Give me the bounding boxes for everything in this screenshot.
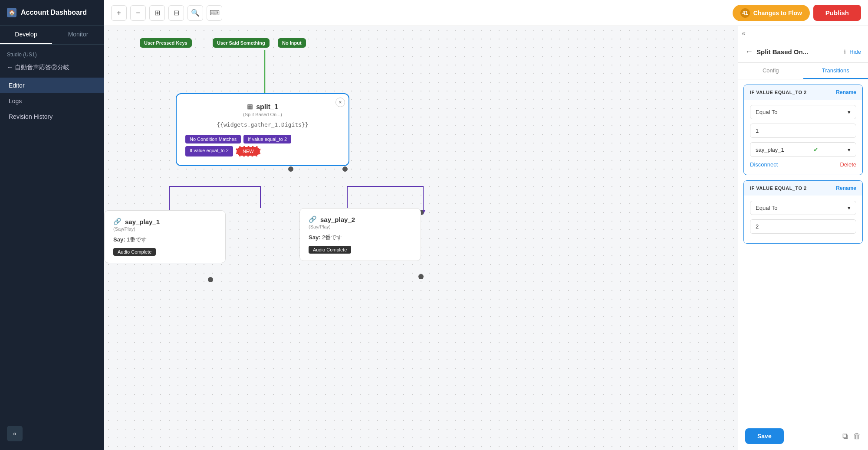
changes-to-flow-button[interactable]: 41 Changes to Flow bbox=[733, 5, 810, 21]
panel-header: ← Split Based On... ℹ Hide bbox=[738, 41, 868, 63]
transition-actions-1: Disconnect Delete bbox=[750, 161, 856, 170]
value-input-2[interactable] bbox=[750, 219, 856, 234]
panel-info-button[interactable]: ℹ bbox=[844, 49, 846, 55]
say-play-1-content: Say: 1番です bbox=[113, 236, 217, 244]
split-node-title: ⊞ split_1 bbox=[185, 103, 340, 111]
svg-marker-3 bbox=[421, 210, 425, 215]
main-area: + − ⊞ ⊟ 🔍 ⌨ 41 Changes to Flow Publish bbox=[104, 0, 868, 450]
changes-count: 41 bbox=[740, 8, 750, 18]
split-node[interactable]: × ⊞ split_1 (Split Based On...) {{widget… bbox=[176, 93, 349, 166]
canvas-area: User Pressed Keys User Said Something No… bbox=[104, 26, 868, 450]
transition-if-value-1[interactable]: If value equal_to 2 bbox=[243, 135, 291, 143]
back-link[interactable]: ← 自動音声応答②分岐 bbox=[0, 59, 104, 76]
search-button[interactable]: 🔍 bbox=[187, 5, 203, 21]
studio-label: Studio (US1) bbox=[0, 45, 104, 59]
chevron-down-icon-2: ▾ bbox=[848, 205, 851, 211]
panel-footer: Save ⧉ 🗑 bbox=[738, 422, 868, 450]
transition-label-1: IF VALUE EQUAL_TO 2 bbox=[750, 90, 807, 95]
rename-button-2[interactable]: Rename bbox=[836, 185, 856, 191]
panel-tabs: Config Transitions bbox=[738, 63, 868, 79]
transition-header-1: IF VALUE EQUAL_TO 2 Rename bbox=[744, 85, 862, 100]
tab-monitor[interactable]: Monitor bbox=[52, 26, 104, 44]
transition-body-1: Equal To ▾ say_play_1 ✔ ▾ Disconnect Del… bbox=[744, 100, 862, 175]
say-play-1-say-label: Say: bbox=[113, 236, 125, 243]
say-play-2-audio-badge: Audio Complete bbox=[309, 246, 351, 254]
panel-back-button[interactable]: ← bbox=[745, 47, 753, 56]
say-play-1-node[interactable]: 🔗 say_play_1 (Say/Play) Say: 1番です Audio … bbox=[104, 210, 226, 263]
trigger-user-said-something[interactable]: User Said Something bbox=[213, 38, 270, 48]
account-dashboard-title: Account Dashboard bbox=[21, 9, 87, 16]
say-play-1-icon: 🔗 bbox=[113, 218, 122, 225]
right-panel: « ← Split Based On... ℹ Hide Config Tran… bbox=[738, 26, 868, 450]
changes-label: Changes to Flow bbox=[753, 10, 802, 16]
sidebar-collapse-button[interactable]: « bbox=[7, 426, 23, 441]
keyboard-button[interactable]: ⌨ bbox=[207, 5, 222, 21]
grid-button[interactable]: ⊟ bbox=[168, 5, 184, 21]
fit-button[interactable]: ⊞ bbox=[149, 5, 165, 21]
tab-config[interactable]: Config bbox=[738, 63, 803, 79]
close-split-node-button[interactable]: × bbox=[335, 98, 345, 107]
transition-block-2: IF VALUE EQUAL_TO 2 Rename Equal To ▾ bbox=[743, 180, 863, 244]
flow-container: User Pressed Keys User Said Something No… bbox=[104, 26, 738, 450]
sidebar-item-logs[interactable]: Logs bbox=[0, 93, 104, 109]
say-play-2-icon: 🔗 bbox=[309, 215, 317, 223]
svg-point-10 bbox=[418, 274, 424, 279]
sidebar: 🏠 Account Dashboard Develop Monitor Stud… bbox=[0, 0, 104, 450]
trash-button[interactable]: 🗑 bbox=[853, 432, 861, 441]
node-select-1[interactable]: say_play_1 ✔ ▾ bbox=[750, 142, 856, 157]
chevron-down-icon-node-1: ▾ bbox=[848, 147, 851, 153]
sidebar-item-editor[interactable]: Editor bbox=[0, 78, 104, 93]
save-button[interactable]: Save bbox=[745, 428, 784, 444]
copy-button[interactable]: ⧉ bbox=[842, 432, 848, 441]
trigger-user-pressed-keys[interactable]: User Pressed Keys bbox=[140, 38, 192, 48]
say-play-2-node[interactable]: 🔗 say_play_2 (Say/Play) Say: 2番です Audio … bbox=[299, 208, 421, 261]
transition-no-condition[interactable]: No Condition Matches bbox=[185, 135, 241, 143]
rename-button-1[interactable]: Rename bbox=[836, 89, 856, 95]
tab-develop[interactable]: Develop bbox=[0, 26, 52, 44]
sidebar-header: 🏠 Account Dashboard bbox=[0, 0, 104, 26]
panel-collapse-button[interactable]: « bbox=[738, 26, 749, 41]
add-button[interactable]: + bbox=[111, 5, 127, 21]
equal-to-select-2[interactable]: Equal To ▾ bbox=[750, 201, 856, 215]
disconnect-button-1[interactable]: Disconnect bbox=[750, 161, 778, 168]
split-node-transitions: No Condition Matches If value equal_to 2… bbox=[185, 135, 340, 157]
transition-body-2: Equal To ▾ bbox=[744, 196, 862, 243]
zoom-out-button[interactable]: − bbox=[130, 5, 146, 21]
say-play-2-subtitle: (Say/Play) bbox=[309, 224, 412, 229]
say-play-1-subtitle: (Say/Play) bbox=[113, 226, 217, 232]
svg-point-6 bbox=[342, 166, 348, 172]
transition-header-2: IF VALUE EQUAL_TO 2 Rename bbox=[744, 181, 862, 196]
split-icon: ⊞ bbox=[247, 103, 253, 111]
panel-hide-button[interactable]: Hide bbox=[849, 49, 861, 55]
publish-button[interactable]: Publish bbox=[813, 5, 861, 21]
transitions-content: IF VALUE EQUAL_TO 2 Rename Equal To ▾ sa… bbox=[738, 79, 868, 422]
svg-point-5 bbox=[288, 166, 293, 172]
sidebar-item-revision-history[interactable]: Revision History bbox=[0, 109, 104, 124]
transition-if-value-2[interactable]: If value equal_to 2 bbox=[185, 146, 233, 157]
transition-label-2: IF VALUE EQUAL_TO 2 bbox=[750, 186, 807, 191]
say-play-2-title: 🔗 say_play_2 bbox=[309, 215, 412, 223]
footer-icons: ⧉ 🗑 bbox=[842, 432, 861, 441]
svg-point-9 bbox=[208, 277, 213, 282]
say-play-1-say-value: 1番です bbox=[127, 236, 147, 243]
chevron-down-icon-1: ▾ bbox=[848, 109, 851, 115]
split-node-expr: {{widgets.gather_1.Digits}} bbox=[185, 121, 340, 128]
transition-block-1: IF VALUE EQUAL_TO 2 Rename Equal To ▾ sa… bbox=[743, 85, 863, 175]
tab-bar: Develop Monitor bbox=[0, 26, 104, 45]
value-input-1[interactable] bbox=[750, 124, 856, 138]
tab-transitions[interactable]: Transitions bbox=[803, 63, 868, 79]
transition-new[interactable]: NEW bbox=[236, 146, 261, 157]
trigger-no-input[interactable]: No Input bbox=[278, 38, 306, 48]
panel-title: Split Based On... bbox=[756, 48, 840, 55]
say-play-2-content: Say: 2番です bbox=[309, 234, 412, 241]
split-node-subtitle: (Split Based On...) bbox=[185, 112, 340, 117]
account-dashboard-icon: 🏠 bbox=[7, 8, 16, 17]
say-play-2-say-value: 2番です bbox=[322, 234, 342, 241]
check-icon-1: ✔ bbox=[813, 146, 819, 153]
say-play-2-say-label: Say: bbox=[309, 234, 320, 241]
delete-button-1[interactable]: Delete bbox=[840, 161, 856, 168]
topbar: + − ⊞ ⊟ 🔍 ⌨ 41 Changes to Flow Publish bbox=[104, 0, 868, 26]
canvas[interactable]: User Pressed Keys User Said Something No… bbox=[104, 26, 738, 450]
equal-to-select-1[interactable]: Equal To ▾ bbox=[750, 105, 856, 119]
say-play-1-audio-badge: Audio Complete bbox=[113, 248, 156, 256]
